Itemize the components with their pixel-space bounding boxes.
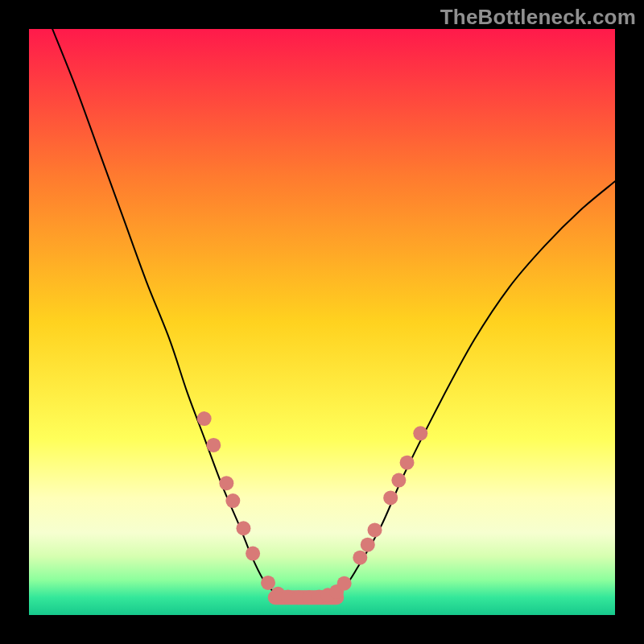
- plot-area: [29, 29, 615, 615]
- dot-1: [206, 438, 221, 452]
- dot-3: [225, 493, 240, 508]
- chart-svg: [29, 29, 615, 615]
- dot-19: [391, 473, 406, 488]
- dot-18: [383, 490, 398, 505]
- plot-background: [29, 29, 615, 615]
- dot-6: [261, 576, 275, 590]
- dot-14: [337, 576, 352, 591]
- dot-4: [236, 521, 250, 535]
- dot-15: [353, 551, 367, 565]
- dot-5: [246, 547, 260, 561]
- chart-frame: TheBottleneck.com: [0, 0, 644, 644]
- dot-16: [361, 538, 375, 552]
- dot-20: [400, 456, 415, 470]
- dot-2: [219, 476, 233, 490]
- dot-0: [197, 411, 212, 426]
- dot-17: [368, 522, 382, 537]
- dot-21: [413, 426, 427, 440]
- watermark-text: TheBottleneck.com: [440, 5, 636, 30]
